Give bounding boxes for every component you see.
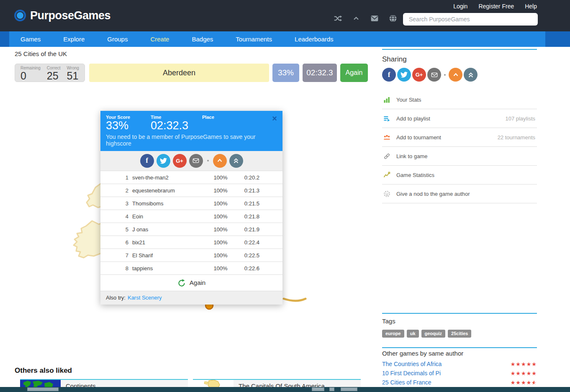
scrollbar-thumb[interactable] — [341, 387, 357, 391]
account-link[interactable]: Help — [525, 3, 537, 10]
other-games-heading: Other games by same author — [382, 350, 537, 357]
player-name[interactable]: El Sharif — [132, 252, 153, 259]
sidebar-share-icons: f G+ — [382, 68, 537, 82]
sidebar-item-label: Add to playlist — [396, 115, 430, 122]
sidebar-item[interactable]: Your Stats — [382, 90, 537, 109]
sidebar-item[interactable]: Give a nod to the game author — [382, 184, 537, 203]
scoreboard: Remaining 0 Correct 25 Wrong 51 — [15, 64, 85, 82]
nav-items: GamesExploreGroupsCreateBadgesTournament… — [9, 31, 345, 47]
player-name[interactable]: bix21 — [132, 239, 145, 246]
scrollbar-thumb[interactable] — [27, 387, 59, 391]
tags-section: Tags europeukgeoquiz25cities — [382, 313, 537, 338]
leaderboard-row: 8 tappiens 100% 0:22.6 — [100, 262, 282, 275]
scrollbar-thumb[interactable] — [329, 387, 334, 391]
mail-icon[interactable] — [370, 14, 379, 23]
nav-item[interactable]: Create — [139, 36, 180, 43]
sidebar-item-label: Add to tournament — [396, 134, 441, 141]
google-plus-icon[interactable]: G+ — [412, 68, 426, 82]
upvote-icon[interactable] — [449, 68, 462, 82]
twitter-icon[interactable] — [397, 68, 411, 82]
email-share-icon[interactable] — [189, 154, 203, 168]
other-game-link[interactable]: 10 First Decimals of Pi — [382, 370, 441, 377]
tag-badge[interactable]: europe — [382, 330, 404, 338]
nav-item[interactable]: Leaderboards — [283, 36, 345, 43]
player-percent: 100% — [210, 200, 231, 207]
sidebar-item[interactable]: Add to playlist 107 playlists — [382, 109, 537, 128]
account-link[interactable]: Login — [453, 3, 467, 10]
timer-badge: 02:32.3 — [303, 64, 337, 82]
shuffle-icon[interactable] — [334, 14, 342, 23]
page-title: 25 Cities of the UK — [15, 50, 67, 57]
player-name[interactable]: J onas — [132, 226, 148, 233]
highscore-modal: Your Score 33% Time 02:32.3 Place You ne… — [100, 111, 282, 305]
also-try-link[interactable]: Karst Scenery — [128, 295, 162, 301]
nav-item[interactable]: Badges — [180, 36, 224, 43]
nav-left-cap — [0, 31, 9, 47]
other-game-row: 25 Cities of France ★★★★☆★ — [382, 378, 537, 387]
logo-icon[interactable] — [16, 11, 24, 20]
player-time: 0:22.6 — [237, 265, 259, 272]
line-chart-icon — [383, 172, 390, 179]
bar-chart-icon — [383, 96, 390, 103]
bottom-scrollbar[interactable] — [0, 387, 570, 392]
separator-dot — [207, 160, 209, 161]
google-plus-icon[interactable]: G+ — [173, 154, 187, 168]
other-game-link[interactable]: The Countries of Africa — [382, 361, 442, 367]
globe-icon[interactable] — [389, 14, 397, 23]
player-time: 0:21.5 — [237, 200, 259, 207]
facebook-icon[interactable]: f — [140, 154, 154, 168]
player-name[interactable]: Thomsiboms — [132, 200, 163, 207]
collapse-chevron-icon[interactable] — [352, 14, 360, 23]
logo-text[interactable]: PurposeGames — [30, 9, 110, 22]
email-share-icon[interactable] — [427, 68, 441, 82]
tag-badge[interactable]: 25cities — [448, 330, 471, 338]
player-percent: 100% — [210, 239, 231, 246]
search-input[interactable] — [403, 13, 538, 26]
sharing-heading: Sharing — [382, 55, 537, 64]
other-game-link[interactable]: 25 Cities of France — [382, 379, 431, 386]
sidebar-item[interactable]: Game Statistics — [382, 166, 537, 184]
player-name[interactable]: sven-the-man2 — [132, 174, 169, 181]
player-time: 0:20.2 — [237, 174, 259, 181]
scrollbar-thumb[interactable] — [312, 387, 324, 391]
sidebar-item[interactable]: Add to tournament 22 tournaments — [382, 128, 537, 147]
remaining-stat: Remaining 0 — [21, 66, 41, 82]
sidebar-item[interactable]: Link to game — [382, 147, 537, 166]
close-icon[interactable]: × — [272, 114, 277, 123]
half-star-icon: ☆★ — [531, 379, 537, 386]
smiley-icon — [383, 190, 390, 197]
double-up-icon[interactable] — [229, 154, 243, 168]
nav-item[interactable]: Groups — [96, 36, 139, 43]
again-button[interactable]: Again — [340, 64, 368, 82]
leaderboard-row: 7 El Sharif 100% 0:22.5 — [100, 249, 282, 262]
sidebar-item-count: 107 playlists — [505, 115, 535, 122]
player-time: 0:22.5 — [237, 252, 259, 259]
tag-badge[interactable]: uk — [407, 330, 419, 338]
player-name[interactable]: equestenebrarum — [132, 187, 175, 194]
nav-item[interactable]: Games — [9, 36, 52, 43]
player-time: 0:21.9 — [237, 226, 259, 233]
modal-again-button[interactable]: Again — [100, 275, 282, 291]
leaderboard-row: 5 J onas 100% 0:21.9 — [100, 223, 282, 236]
twitter-icon[interactable] — [157, 154, 170, 168]
tournament-icon — [383, 134, 390, 141]
modal-footer: Also try: Karst Scenery — [100, 291, 282, 305]
sidebar-item-label: Link to game — [396, 153, 427, 159]
player-name[interactable]: Eoin — [132, 213, 143, 220]
other-game-row: 10 First Decimals of Pi ★★★★★ — [382, 369, 537, 378]
link-icon — [383, 153, 390, 160]
rank: 8 — [119, 265, 128, 272]
player-name[interactable]: tappiens — [132, 265, 153, 272]
facebook-icon[interactable]: f — [382, 68, 396, 82]
rank: 5 — [119, 226, 128, 233]
nav-item[interactable]: Tournaments — [224, 36, 283, 43]
player-percent: 100% — [210, 187, 231, 194]
rank: 1 — [119, 174, 128, 181]
tag-badge[interactable]: geoquiz — [421, 330, 446, 338]
player-percent: 100% — [210, 226, 231, 233]
nav-item[interactable]: Explore — [52, 36, 96, 43]
double-up-icon[interactable] — [464, 68, 478, 82]
account-link[interactable]: Register Free — [478, 3, 514, 10]
upvote-icon[interactable] — [213, 154, 227, 168]
player-time: 0:22.4 — [237, 239, 259, 246]
